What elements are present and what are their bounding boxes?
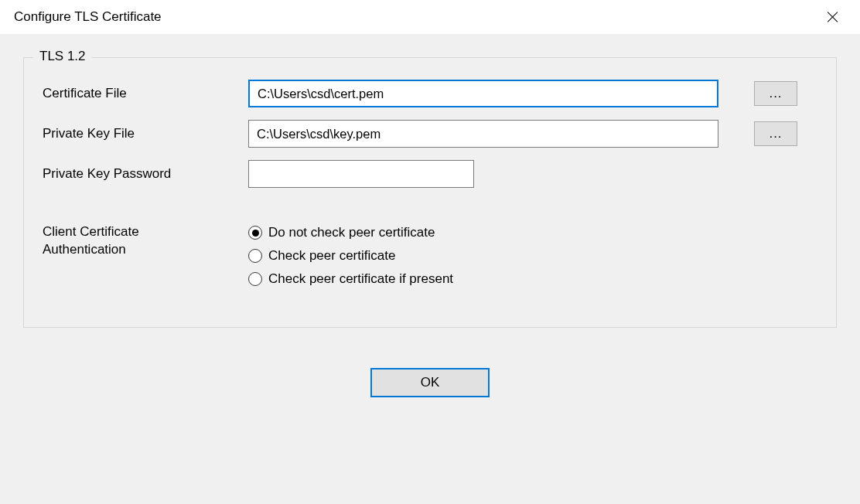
radio-do-not-check[interactable]: Do not check peer certificate [248,225,453,240]
cert-file-input[interactable] [248,80,718,107]
label-cert-file: Certificate File [43,86,248,101]
client-auth-radio-group: Do not check peer certificate Check peer… [248,223,453,287]
radio-label: Check peer certificate if present [268,271,453,287]
radio-icon [248,249,262,263]
label-key-password: Private Key Password [43,166,248,182]
cert-file-browse-button[interactable]: ... [754,81,797,106]
radio-icon [248,272,262,286]
dialog-content: TLS 1.2 Certificate File ... Private Key… [0,34,860,504]
key-password-input[interactable] [248,160,474,188]
tls-groupbox: TLS 1.2 Certificate File ... Private Key… [23,57,837,328]
row-key-password: Private Key Password [43,160,813,188]
key-file-browse-button[interactable]: ... [754,121,797,146]
label-client-auth: Client Certificate Authentication [43,223,248,259]
radio-label: Do not check peer certificate [268,225,435,240]
key-file-input[interactable] [248,120,718,148]
radio-label: Check peer certificate [268,248,395,264]
row-key-file: Private Key File ... [43,120,813,148]
window-title: Configure TLS Certificate [14,9,162,25]
radio-icon [248,226,262,240]
close-icon[interactable] [828,12,838,22]
row-cert-file: Certificate File ... [43,80,813,107]
ok-button[interactable]: OK [370,368,490,397]
radio-check-peer[interactable]: Check peer certificate [248,248,453,264]
radio-check-if-present[interactable]: Check peer certificate if present [248,271,453,287]
row-client-auth: Client Certificate Authentication Do not… [43,223,813,287]
titlebar: Configure TLS Certificate [0,0,860,34]
label-client-auth-text: Client Certificate Authentication [43,223,174,259]
label-key-file: Private Key File [43,126,248,141]
groupbox-title: TLS 1.2 [33,49,92,64]
button-row: OK [23,368,837,397]
